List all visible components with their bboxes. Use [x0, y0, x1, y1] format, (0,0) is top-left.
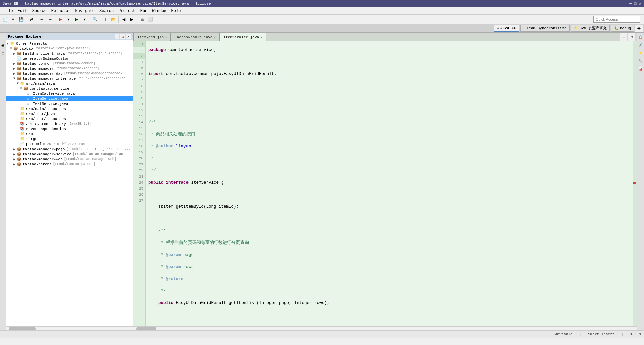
menu-run[interactable]: Run [138, 8, 150, 14]
quick-access-input[interactable] [593, 16, 640, 23]
menu-refactor[interactable]: Refactor [49, 8, 73, 14]
save-btn[interactable]: 💾 [17, 16, 25, 23]
tree-item-maven[interactable]: 📚 Maven Dependencies [6, 126, 133, 131]
title-bar-controls[interactable]: ─ □ ✕ [629, 2, 641, 6]
tree-item-taotao-manager-pojo[interactable]: ▶ 📦 taotao-manager-pojo [trunk/taotao-ma… [6, 147, 133, 152]
tab-item-add-jsp[interactable]: item-add.jsp ✕ [133, 33, 171, 41]
persp-tab-team-sync[interactable]: ⇄ Team Synchronizing [520, 25, 569, 32]
tree-label: src/test/resources [26, 117, 66, 121]
menu-source[interactable]: Source [30, 8, 49, 14]
tree-item-jre[interactable]: 📚 JRE System Library [JavaSE-1.8] [6, 121, 133, 126]
menu-window[interactable]: Window [150, 8, 168, 14]
menu-edit[interactable]: Edit [16, 8, 30, 14]
right-icon-2[interactable]: 🔗 [638, 42, 643, 48]
menu-bar: File Edit Source Refactor Navigate Searc… [0, 7, 644, 15]
console-btn[interactable]: ⬜ [147, 16, 154, 23]
pe-maximize-btn[interactable]: □ [120, 34, 125, 39]
tree-item-src-test-java[interactable]: 📁 src/test/java [6, 111, 133, 116]
tree-container[interactable]: ▶ 📁 Other Projects ▼ 📦 taotao [fastdfs-c… [6, 40, 133, 326]
editor-bottom-scrollbar[interactable] [133, 326, 637, 330]
tree-item-src-main-java[interactable]: ▼ 📁 src/main/java [6, 81, 133, 86]
toolbar-sep-6 [118, 16, 119, 23]
h-scrollbar-thumb[interactable] [136, 327, 156, 330]
file-icon: 📄 [17, 56, 22, 61]
package-explorer-header: Package Explorer ─ □ ✕ [6, 33, 133, 40]
tree-item-itemcatservice[interactable]: ☕ ItemCatService.java [6, 91, 133, 96]
editor-minimize-btn[interactable]: ─ [620, 33, 627, 41]
left-icon-1[interactable]: ☰ [0, 34, 6, 40]
menu-file[interactable]: File [1, 8, 15, 14]
open-perspective-btn[interactable]: ⊕ [635, 25, 643, 32]
menu-project[interactable]: Project [116, 8, 137, 14]
left-icon-2[interactable]: ◉ [0, 42, 6, 48]
prev-btn[interactable]: ▶ [128, 16, 136, 23]
tree-item-src-main-resources[interactable]: 📁 src/main/resources [6, 106, 133, 111]
tree-item-taotao-common[interactable]: ▶ 📦 taotao-common [trunk/taotao-common] [6, 61, 133, 66]
explorer-scrollbar-h[interactable] [6, 326, 133, 330]
run-dropdown-btn[interactable]: ▾ [81, 16, 88, 23]
line-num-7: 7 [133, 77, 145, 83]
tree-item-src-test-resources[interactable]: 📁 src/test/resources [6, 116, 133, 121]
tree-label: fastdfs-client-java [23, 52, 65, 56]
project-icon: 📦 [17, 157, 22, 161]
tree-sublabel: [fastdfs-client-java master] [34, 47, 91, 50]
minimize-btn[interactable]: ─ [629, 2, 632, 6]
open-type-btn[interactable]: T [102, 16, 109, 23]
tree-label: src/main/resources [26, 107, 66, 111]
java-icon: ☕ [27, 91, 32, 96]
search-btn[interactable]: 🔍 [91, 16, 99, 23]
tree-item-fastdfs[interactable]: ▶ 📦 fastdfs-client-java [fastdfs-client-… [6, 51, 133, 56]
right-icon-1[interactable]: 📋 [638, 34, 643, 40]
tree-item-src[interactable]: 📁 src [6, 131, 133, 136]
run-btn[interactable]: ▶ [73, 16, 80, 23]
right-icon-4[interactable]: 🔧 [638, 58, 643, 64]
tab-close-icon[interactable]: ✕ [165, 35, 167, 39]
menu-navigate[interactable]: Navigate [73, 8, 97, 14]
tree-item-taotao-manager-dao[interactable]: ▶ 📦 taotao-manager-dao [trunk/taotao-man… [6, 71, 133, 76]
persp-tab-debug[interactable]: 🐛 Debug [611, 25, 634, 32]
right-icon-5[interactable]: 📊 [638, 66, 643, 72]
tree-item-target[interactable]: 📁 target [6, 136, 133, 141]
tab-itemservice[interactable]: ItemService.java ✕ [220, 33, 266, 41]
persp-tab-java-ee[interactable]: ☕ Java EE [494, 25, 519, 32]
tab-taotaoresult[interactable]: TaotaoResult.java ✕ [171, 33, 219, 41]
new-dropdown-btn[interactable]: ▾ [9, 16, 17, 23]
tree-item-generator[interactable]: 📄 generatorSqlmapCustom [6, 56, 133, 61]
tab-close-icon[interactable]: ✕ [214, 35, 216, 39]
redo-btn[interactable]: ↪ [46, 16, 54, 23]
tree-item-taotao[interactable]: ▼ 📦 taotao [fastdfs-client-java master] [6, 46, 133, 51]
pe-close-btn[interactable]: ✕ [126, 34, 131, 39]
pe-minimize-btn[interactable]: ─ [115, 34, 119, 39]
tree-item-taotao-parent[interactable]: ▶ 📦 taotao-parent [trunk/taotao-parent] [6, 162, 133, 167]
tree-item-testservice[interactable]: ☕ TestService.java [6, 101, 133, 106]
left-icon-3[interactable]: ⊡ [0, 50, 6, 56]
tree-item-pom[interactable]: 📄 pom.xml 8 20-7-5 上午2:20 user [6, 141, 133, 147]
problems-btn[interactable]: ⚠ [139, 16, 146, 23]
code-content[interactable]: package com.taotao.service; import com.t… [146, 41, 633, 326]
open-resource-btn[interactable]: 📂 [110, 16, 117, 23]
scrollbar-thumb[interactable] [9, 327, 36, 330]
tree-arrow [17, 132, 20, 136]
tree-item-other-projects[interactable]: ▶ 📁 Other Projects [6, 41, 133, 46]
close-btn[interactable]: ✕ [639, 2, 641, 6]
tree-item-itemservice[interactable]: ☕ ItemService.java [6, 96, 133, 101]
editor-maximize-btn[interactable]: □ [628, 33, 635, 41]
tree-item-taotao-manager-service[interactable]: ▶ 📦 taotao-manager-service [trunk/taotao… [6, 152, 133, 157]
tab-close-icon[interactable]: ✕ [260, 35, 262, 39]
undo-btn[interactable]: ↩ [38, 16, 46, 23]
tree-item-taotao-manager[interactable]: ▶ 📦 taotao-manager [trunk/taotao-manager… [6, 66, 133, 71]
right-icon-3[interactable]: ⚡ [638, 50, 643, 56]
debug-btn[interactable]: ▶ [57, 16, 64, 23]
next-btn[interactable]: ◀ [120, 16, 127, 23]
menu-search[interactable]: Search [97, 8, 116, 14]
tree-item-taotao-manager-web[interactable]: ▶ 📦 taotao-manager-web [trunk/taotao-man… [6, 157, 133, 162]
print-btn[interactable]: 🖨 [28, 16, 35, 23]
persp-tab-svn[interactable]: 📁 SVN 资源库研究 [571, 25, 610, 32]
maximize-btn[interactable]: □ [634, 2, 637, 6]
debug-dropdown-btn[interactable]: ▾ [65, 16, 72, 23]
new-btn[interactable]: 📄 [1, 16, 9, 23]
tree-item-com-taotao-service[interactable]: ▼ 📦 com.taotao.service [6, 86, 133, 91]
tree-label: taotao [19, 47, 33, 51]
tree-item-taotao-manager-interface[interactable]: ▼ 📦 taotao-manager-interface [trunk/taot… [6, 76, 133, 81]
menu-help[interactable]: Help [169, 8, 183, 14]
